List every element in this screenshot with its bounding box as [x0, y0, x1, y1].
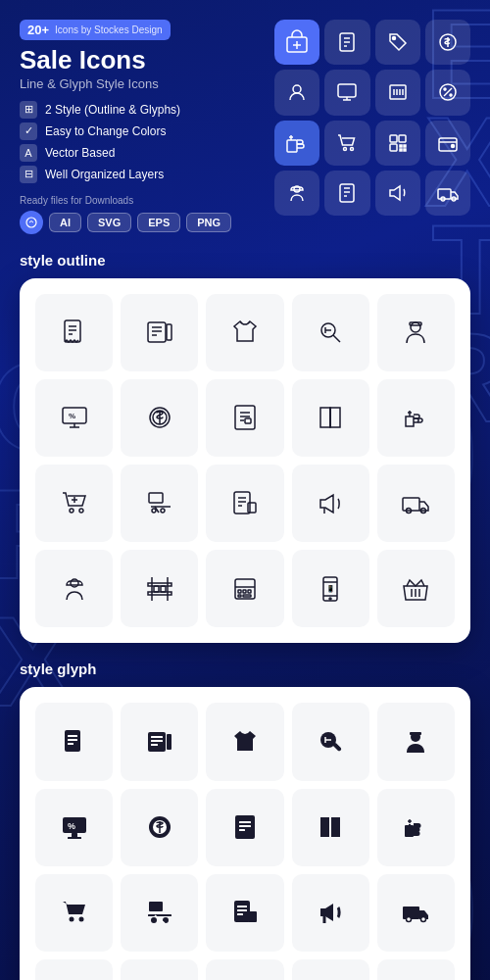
svg-point-26	[344, 147, 347, 150]
svg-rect-30	[390, 144, 397, 151]
header-icon-shop	[274, 20, 319, 65]
svg-rect-32	[404, 145, 406, 147]
header-icon-qr	[375, 121, 420, 166]
svg-rect-103	[248, 590, 251, 593]
svg-point-109	[329, 598, 331, 600]
svg-rect-66	[235, 406, 255, 429]
outline-icon-engineer	[35, 550, 113, 627]
feature-layers-text: Well Organized Layers	[45, 168, 164, 181]
header-icon-list	[324, 171, 369, 216]
glyph-icon-receipt	[35, 703, 113, 780]
glyph-icon-shirt	[206, 703, 283, 780]
svg-rect-116	[68, 739, 77, 741]
features-list: ⊞ 2 Style (Outline & Glyphs) ✓ Easy to C…	[20, 101, 274, 183]
outline-icon-basket	[377, 550, 455, 627]
svg-point-75	[79, 509, 83, 513]
outline-icon-shirt	[206, 294, 283, 371]
outline-icon-monitor-sale: %	[35, 379, 113, 457]
badge: 20+ Icons by Stockes Design	[20, 20, 171, 40]
feature-vector-text: Vector Based	[45, 146, 115, 160]
header-icon-megaphone	[375, 171, 420, 216]
file-formats: Ready files for Downloads AI SVG EPS PNG	[20, 195, 274, 234]
outline-icon-megaphone2	[292, 465, 369, 542]
svg-point-74	[70, 509, 74, 513]
svg-rect-78	[149, 493, 163, 503]
glyph-section-title: style glyph	[20, 661, 470, 677]
svg-rect-87	[248, 503, 256, 513]
svg-rect-131	[68, 837, 81, 839]
page-subtitle: Line & Glyph Style Icons	[20, 76, 274, 91]
header-icon-cart	[324, 121, 369, 166]
glyph-icon-book2	[292, 789, 369, 866]
svg-rect-70	[245, 418, 251, 423]
svg-rect-121	[151, 740, 163, 742]
outline-showcase: %	[20, 278, 470, 644]
glyph-icon-shelf2	[121, 959, 198, 980]
svg-point-10	[293, 85, 301, 93]
format-png-button[interactable]: PNG	[186, 213, 231, 232]
format-eps-button[interactable]: EPS	[137, 213, 180, 232]
svg-point-81	[152, 509, 156, 513]
header-icon-discount	[425, 70, 470, 115]
header-icon-barcode	[375, 70, 420, 115]
outline-icon-percent	[121, 465, 198, 542]
outline-icon-shelf	[121, 550, 198, 627]
svg-rect-33	[400, 149, 402, 151]
svg-rect-128	[410, 732, 421, 735]
svg-point-8	[392, 37, 395, 40]
svg-rect-120	[151, 736, 163, 738]
svg-rect-29	[399, 135, 406, 142]
svg-point-92	[71, 579, 78, 587]
format-svg-button[interactable]: SVG	[87, 213, 131, 232]
format-buttons-group: AI SVG EPS PNG	[20, 211, 274, 234]
format-ai-button[interactable]: AI	[49, 213, 81, 232]
svg-rect-124	[332, 742, 342, 752]
glyph-icon-basket2	[377, 959, 455, 980]
outline-icon-receipt2	[206, 379, 283, 457]
feature-vector: A Vector Based	[20, 144, 274, 162]
svg-rect-140	[405, 825, 414, 837]
svg-rect-102	[243, 590, 246, 593]
svg-rect-23	[287, 140, 297, 152]
header-icon-worker	[274, 171, 319, 216]
outline-icon-search	[292, 294, 369, 371]
svg-rect-28	[390, 135, 397, 142]
outline-icon-person	[377, 294, 455, 371]
glyph-icon-search	[292, 703, 369, 780]
svg-point-36	[451, 144, 454, 147]
svg-point-0	[26, 218, 36, 227]
outline-section-title: style outline	[20, 252, 470, 269]
header: 20+ Icons by Stockes Design Sale Icons L…	[20, 20, 470, 234]
svg-rect-11	[338, 84, 356, 97]
svg-text:📱: 📱	[326, 584, 335, 593]
svg-rect-45	[65, 320, 80, 342]
svg-point-58	[411, 322, 420, 332]
glyph-icon-percent2	[121, 874, 198, 952]
svg-point-82	[161, 509, 165, 513]
svg-rect-115	[68, 735, 77, 737]
outline-icon-book	[292, 379, 369, 457]
svg-line-55	[333, 335, 340, 342]
feature-styles: ⊞ 2 Style (Outline & Glyphs)	[20, 101, 274, 119]
svg-rect-105	[243, 595, 251, 597]
main-content: 20+ Icons by Stockes Design Sale Icons L…	[0, 0, 490, 980]
svg-rect-119	[167, 734, 172, 750]
glyph-icon-hands2	[377, 789, 455, 866]
svg-point-161	[421, 917, 426, 922]
header-icon-price-tag	[375, 20, 420, 65]
glyph-icon-truck2	[377, 874, 455, 952]
svg-rect-97	[154, 586, 159, 592]
outline-icon-truck	[377, 465, 455, 542]
outline-icon-hands	[377, 379, 455, 457]
outline-icon-list2	[206, 465, 283, 542]
header-icon-user	[274, 70, 319, 115]
svg-rect-130	[72, 833, 77, 837]
glyph-icon-monitor: %	[35, 789, 113, 866]
svg-point-21	[444, 88, 446, 90]
svg-rect-31	[400, 145, 402, 147]
glyph-icon-engineer2	[35, 959, 113, 980]
svg-rect-138	[239, 829, 245, 831]
vector-icon: A	[20, 144, 37, 162]
outline-icon-cart2	[35, 465, 113, 542]
svg-rect-156	[237, 913, 243, 915]
